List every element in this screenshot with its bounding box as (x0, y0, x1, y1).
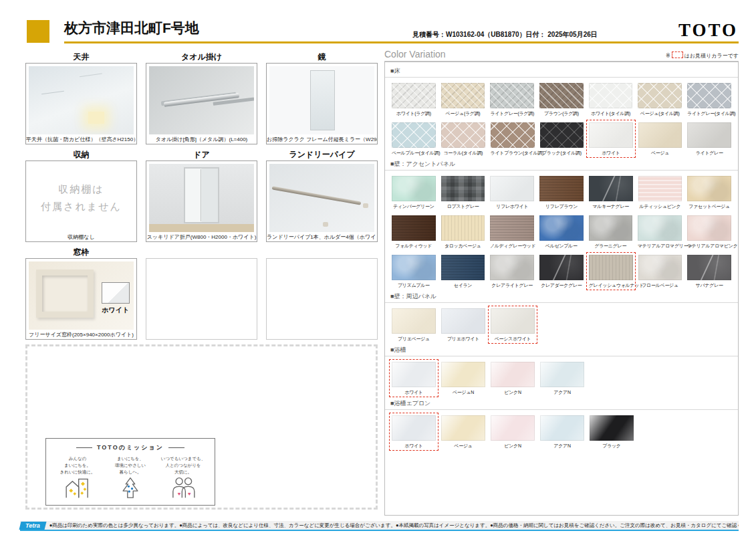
page-title: 枚方市津田北町F号地 (64, 19, 199, 37)
product-box: お掃除ラクラク フレーム付縦長ミラー（W298×H1175） (266, 63, 378, 144)
color-swatch: クレアライトグレー (490, 255, 534, 289)
swatch-row: ホワイト(ラグ調)ベージュ(ラグ調)ライトグレー(ラグ調)ブラウン(ラグ調)ホワ… (392, 83, 731, 117)
product-card-mirror: 鏡お掃除ラクラク フレーム付縦長ミラー（W298×H1175） (266, 51, 378, 144)
swatch-label: ピンクN (491, 443, 535, 449)
swatch-label: ベージュN (441, 389, 485, 396)
footer-bar: Tetra ●商品は印刷のため実際の色とは多少異なっております。●商品によっては… (20, 521, 739, 531)
swatch-label: クレアライトグレー (490, 282, 534, 289)
swatch-chip (392, 415, 436, 441)
swatch-label: ノルディグレーウッド (490, 243, 534, 249)
color-swatch: フォルティウッド (392, 215, 436, 249)
product-box (266, 258, 378, 340)
color-swatch-selected: ホワイト (589, 122, 633, 156)
swatch-chip (441, 415, 485, 441)
color-swatch: ベルゼンブルー (539, 215, 584, 249)
swatch-chip (392, 215, 436, 241)
color-swatch: ピンクN (491, 415, 535, 449)
swatch-chip (589, 176, 633, 201)
swatch-chip (638, 122, 682, 148)
product-title: 天井 (25, 51, 137, 63)
swatch-label: ベージュ (441, 443, 485, 449)
swatch-chip (490, 255, 534, 280)
tetra-logo-text: Tetra (25, 522, 40, 529)
swatch-chip (491, 308, 535, 334)
quote-sheet-page: 枚方市津田北町F号地 見積番号：W103162-04（UB81870）日付： 2… (0, 0, 756, 535)
color-swatch: ホワイト(タイル調) (589, 83, 633, 117)
mission-text-line: 人とのつながりを (158, 462, 208, 469)
quote-number-and-date: 見積番号：W103162-04（UB81870）日付： 2025年05月26日 (412, 30, 598, 39)
swatch-label: ブラック(タイル調) (540, 150, 584, 156)
swatch-label: リフレブラウン (539, 203, 584, 210)
swatch-chip (392, 83, 436, 108)
color-swatch: プリズムブルー (392, 255, 436, 289)
white-color-label: ホワイト (102, 306, 130, 315)
color-swatch: リフレブラウン (539, 176, 584, 210)
mission-text-line: まいにちを。 (53, 462, 102, 469)
color-swatch: ライトグレー(タイル調) (687, 83, 731, 117)
color-swatch: コーラル(タイル調) (441, 122, 485, 156)
color-swatch: ペールブルー(タイル調) (392, 122, 436, 156)
color-swatch: ライトブラウン(タイル調) (491, 122, 535, 156)
swatch-label: ベージュ(ラグ調) (441, 110, 485, 117)
swatch-chip (687, 122, 731, 148)
color-swatch: セイラン (441, 255, 485, 289)
swatch-label: タロッカベージュ (441, 243, 485, 249)
color-swatch-selected: ベーシスホワイト (491, 308, 535, 342)
color-swatch: ベージュN (441, 362, 485, 396)
swatch-row: ペールブルー(タイル調)コーラル(タイル調)ライトブラウン(タイル調)ブラック(… (392, 122, 731, 156)
product-box: ランドリーパイプ1本、ホルダー4個（ホワイト） (266, 160, 378, 242)
product-title: 鏡 (266, 51, 378, 63)
swatch-label: ティンバーグリーン (392, 203, 436, 210)
swatch-chip (589, 83, 633, 108)
tetra-logo: Tetra (19, 522, 47, 530)
swatch-label: ピンクN (491, 389, 535, 396)
product-box (146, 258, 257, 340)
mission-title: TOTOのミッション (46, 443, 215, 452)
swatch-label: マテリアルアロマグリーン (638, 243, 682, 249)
color-variation-header: Color Variation ※はお見積りカラーです (384, 49, 739, 62)
product-caption: タオル掛け[角形]（メタル調）(L=400) (146, 135, 257, 144)
swatch-row: プリエベージュプリエホワイトベーシスホワイト (392, 308, 731, 342)
mission-column: いつでもいつまでも、人とのつながりを大切に。♥♥ (158, 455, 208, 498)
swatch-label: ルティッシュピンク (638, 203, 682, 210)
swatch-chip (441, 362, 485, 387)
section-title: ■床 (385, 65, 738, 78)
note-suffix: はお見積りカラーです (684, 53, 739, 59)
header-rule (64, 41, 739, 43)
product-title: 収納 (25, 149, 137, 160)
people-icon: ♥♥ (158, 477, 208, 498)
color-swatch: ティンバーグリーン (392, 176, 436, 210)
swatch-chip (589, 255, 633, 280)
no-shelf-note-line: 収納棚は (58, 183, 104, 196)
color-swatch: ピンクN (491, 362, 535, 396)
swatch-label: ライトグレー (687, 150, 731, 156)
section-title: ■浴槽 (385, 344, 738, 356)
color-swatch: ブラック(タイル調) (540, 122, 584, 156)
swatch-label: ホワイト(ラグ調) (392, 110, 436, 117)
product-caption: スッキリドア折戸(W800・H2000・ホワイト) (146, 233, 257, 241)
swatch-label: ベージュ(タイル調) (638, 110, 682, 117)
product-title: タオル掛け (146, 51, 257, 63)
color-swatch: リフレホワイト (490, 176, 534, 210)
swatch-label: アクアN (540, 389, 584, 396)
color-swatch: プリエホワイト (441, 308, 485, 342)
swatch-label: マテリアルアロマピンク (687, 243, 731, 249)
swatch-label: リフレホワイト (490, 203, 534, 210)
swatch-chip (687, 83, 731, 108)
swatch-chip (490, 215, 534, 241)
swatch-chip (392, 122, 436, 148)
swatch-label: プリエベージュ (392, 336, 436, 342)
color-swatch: グラーニグレー (589, 215, 633, 249)
swatch-chip (490, 83, 534, 108)
product-box: スッキリドア折戸(W800・H2000・ホワイト) (146, 160, 257, 242)
section-title: ■壁：アクセントパネル (385, 158, 738, 171)
swatch-chip (539, 215, 584, 241)
brand-accent-square (27, 20, 49, 43)
swatch-label: マルキーナグレー (589, 203, 633, 210)
tree-icon (106, 477, 155, 498)
product-gallery: 天井平天井（抗菌・防カビ仕様）（壁高さH2150）タオル掛けタオル掛け[角形]（… (25, 51, 378, 340)
mission-text-line: いつでもいつまでも、 (158, 455, 208, 462)
product-card-storage: 収納収納棚は付属されません収納棚なし (25, 149, 137, 242)
swatch-label: フロールベージュ (638, 282, 682, 289)
houses-icon (53, 477, 102, 498)
